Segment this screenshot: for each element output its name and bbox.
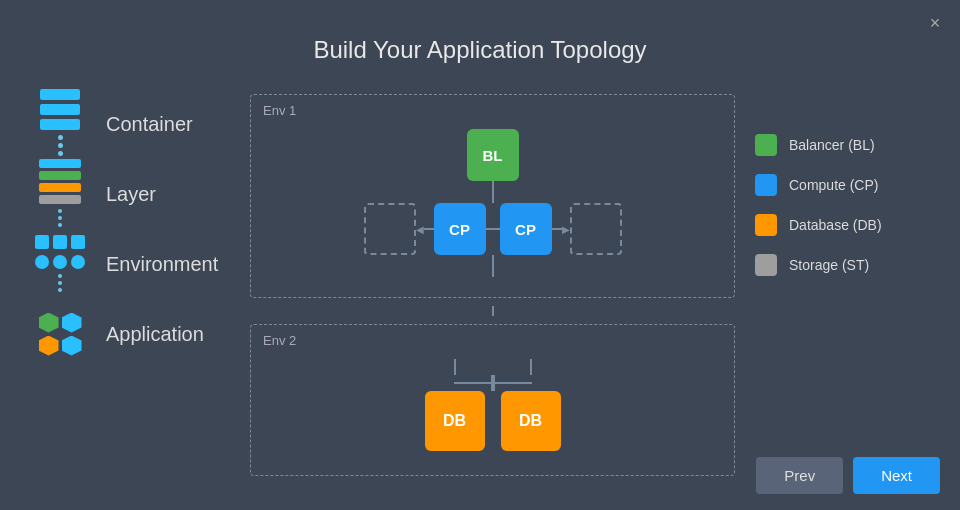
vline-t-right [530,359,532,375]
right-legend-item-database: Database (DB) [755,214,930,236]
vline-t-left [454,359,456,375]
main-layout: Container Layer [0,94,960,476]
env2-label: Env 2 [263,333,296,348]
right-legend-item-compute: Compute (CP) [755,174,930,196]
bl-row: BL [467,129,519,181]
legend-item-application: Application [30,304,230,364]
close-button[interactable]: × [924,12,946,34]
balancer-legend-label: Balancer (BL) [789,137,875,153]
env2-container: Env 2 [250,324,735,476]
balancer-swatch [755,134,777,156]
hline-cp-cp [486,228,500,230]
right-legend: Balancer (BL) Compute (CP) Database (DB)… [755,94,930,276]
vline-bl-mid [492,181,494,203]
storage-swatch [755,254,777,276]
storage-legend-label: Storage (ST) [789,257,869,273]
db-connector-row [419,359,567,391]
database-legend-label: Database (DB) [789,217,882,233]
legend-item-container: Container [30,94,230,154]
application-icon [30,304,90,364]
compute-swatch [755,174,777,196]
layer-label: Layer [106,183,156,206]
node-bl: BL [467,129,519,181]
environment-label: Environment [106,253,218,276]
legend-item-layer: Layer [30,164,230,224]
vline-cp-db [492,255,494,277]
hline-left [454,375,493,391]
legend-item-environment: Environment [30,234,230,294]
db1-branch [419,359,493,391]
database-swatch [755,214,777,236]
prev-button[interactable]: Prev [756,457,843,494]
node-db1: DB [425,391,485,451]
right-legend-item-balancer: Balancer (BL) [755,134,930,156]
right-legend-item-storage: Storage (ST) [755,254,930,276]
container-icon [30,94,90,154]
hline-right [493,375,532,391]
topology-area: Env 1 BL ◀ CP [250,94,735,476]
env1-container: Env 1 BL ◀ CP [250,94,735,298]
db-row: DB DB [425,391,561,451]
arrow-left-cp: ◀ [416,224,434,235]
env2-content: DB DB [263,335,722,465]
cp-row: ◀ CP CP ▶ [364,203,622,255]
page-title: Build Your Application Topology [0,36,960,64]
node-placeholder-left [364,203,416,255]
cross-env-line [492,306,494,316]
compute-legend-label: Compute (CP) [789,177,878,193]
node-placeholder-right [570,203,622,255]
env1-content: BL ◀ CP C [263,105,722,287]
left-legend: Container Layer [30,94,230,364]
node-cp2: CP [500,203,552,255]
db2-branch [493,359,567,391]
layer-icon [30,164,90,224]
node-db2: DB [501,391,561,451]
arrow-right-cp: ▶ [552,224,570,235]
node-cp1: CP [434,203,486,255]
env1-label: Env 1 [263,103,296,118]
application-label: Application [106,323,204,346]
container-label: Container [106,113,193,136]
next-button[interactable]: Next [853,457,940,494]
environment-icon [30,234,90,294]
close-icon: × [930,13,941,34]
bottom-bar: Prev Next [756,457,940,494]
